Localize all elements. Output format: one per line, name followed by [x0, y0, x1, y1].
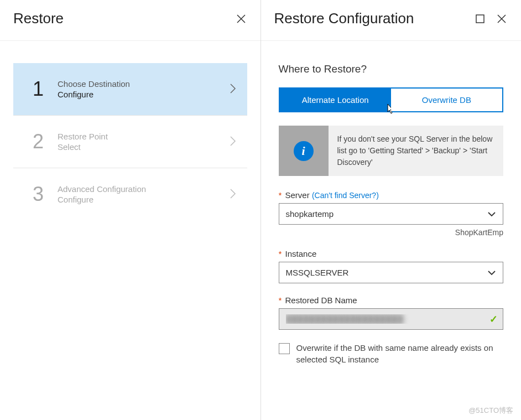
restore-config-panel: Restore Configuration Where to Restore? …: [261, 0, 522, 420]
close-icon[interactable]: [496, 13, 508, 25]
step-text: Restore Point Select: [52, 132, 230, 152]
overwrite-checkbox[interactable]: [279, 343, 290, 354]
where-to-restore-heading: Where to Restore?: [279, 63, 504, 75]
maximize-icon[interactable]: [475, 13, 486, 24]
restore-title: Restore: [13, 10, 64, 27]
dbname-label: * Restored DB Name: [279, 295, 504, 305]
cant-find-server-link[interactable]: (Can't find Server?): [312, 191, 379, 200]
instance-select[interactable]: MSSQLSERVER: [279, 262, 504, 283]
step-choose-destination[interactable]: 1 Choose Destination Configure: [13, 63, 247, 116]
server-value: shopkartemp: [286, 209, 334, 219]
check-icon: ✓: [489, 313, 498, 325]
restore-config-title: Restore Configuration: [274, 10, 414, 27]
chevron-right-icon: [230, 136, 236, 148]
chevron-down-icon: [487, 209, 496, 219]
info-icon-wrap: i: [279, 126, 329, 176]
step-label: Choose Destination: [58, 79, 230, 89]
dbname-field: * Restored DB Name ✓: [279, 295, 504, 330]
step-restore-point[interactable]: 2 Restore Point Select: [13, 116, 247, 168]
step-sublabel: Configure: [58, 90, 230, 99]
restore-panel-header: Restore: [0, 0, 260, 41]
restore-panel-actions: [235, 13, 247, 25]
chevron-right-icon: [230, 188, 236, 201]
instance-field: * Instance MSSQLSERVER: [279, 249, 504, 283]
server-helper: ShopKartEmp: [279, 228, 504, 237]
chevron-down-icon: [487, 268, 496, 277]
alternate-location-button[interactable]: Alternate Location: [280, 89, 391, 111]
step-sublabel: Select: [58, 142, 230, 152]
watermark: @51CTO博客: [468, 406, 513, 416]
dbname-input-wrap: ✓: [279, 308, 504, 330]
required-asterisk: *: [279, 249, 282, 258]
server-select[interactable]: shopkartemp: [279, 203, 504, 225]
instance-label: * Instance: [279, 249, 504, 258]
step-text: Choose Destination Configure: [52, 79, 230, 99]
restore-panel: Restore 1 Choose Destination Configure 2: [0, 0, 261, 420]
dbname-input[interactable]: [279, 308, 504, 330]
instance-label-text: Instance: [285, 249, 317, 258]
step-number: 3: [24, 183, 52, 206]
restore-location-toggle: Alternate Location Overwrite DB: [279, 87, 504, 112]
dbname-label-text: Restored DB Name: [285, 295, 357, 305]
app-root: Restore 1 Choose Destination Configure 2: [0, 0, 521, 420]
restore-config-body: Where to Restore? Alternate Location Ove…: [261, 41, 522, 420]
close-icon[interactable]: [235, 13, 247, 25]
step-advanced-configuration[interactable]: 3 Advanced Configuration Configure: [13, 168, 247, 220]
server-label-text: Server: [285, 190, 310, 200]
step-text: Advanced Configuration Configure: [52, 184, 230, 204]
step-label: Advanced Configuration: [58, 184, 230, 194]
step-number: 1: [24, 77, 52, 101]
chevron-right-icon: [230, 83, 236, 96]
server-label: * Server (Can't find Server?): [279, 190, 504, 200]
step-sublabel: Configure: [58, 195, 230, 204]
restore-config-header: Restore Configuration: [261, 0, 522, 41]
overwrite-checkbox-label: Overwrite if the DB with same name alrea…: [296, 342, 504, 365]
toggle-label: Alternate Location: [302, 95, 369, 105]
info-icon: i: [294, 141, 314, 161]
required-asterisk: *: [279, 190, 282, 200]
overwrite-db-button[interactable]: Overwrite DB: [391, 89, 502, 111]
instance-value: MSSQLSERVER: [286, 268, 349, 277]
overwrite-checkbox-row: Overwrite if the DB with same name alrea…: [279, 342, 504, 365]
info-text: If you don't see your SQL Server in the …: [329, 126, 504, 176]
step-label: Restore Point: [58, 132, 230, 141]
restore-config-actions: [475, 13, 508, 25]
svg-rect-0: [476, 15, 484, 23]
step-number: 2: [24, 130, 52, 153]
server-field: * Server (Can't find Server?) shopkartem…: [279, 190, 504, 237]
restore-steps: 1 Choose Destination Configure 2 Restore…: [0, 41, 260, 420]
info-box: i If you don't see your SQL Server in th…: [279, 126, 504, 176]
required-asterisk: *: [279, 295, 282, 305]
